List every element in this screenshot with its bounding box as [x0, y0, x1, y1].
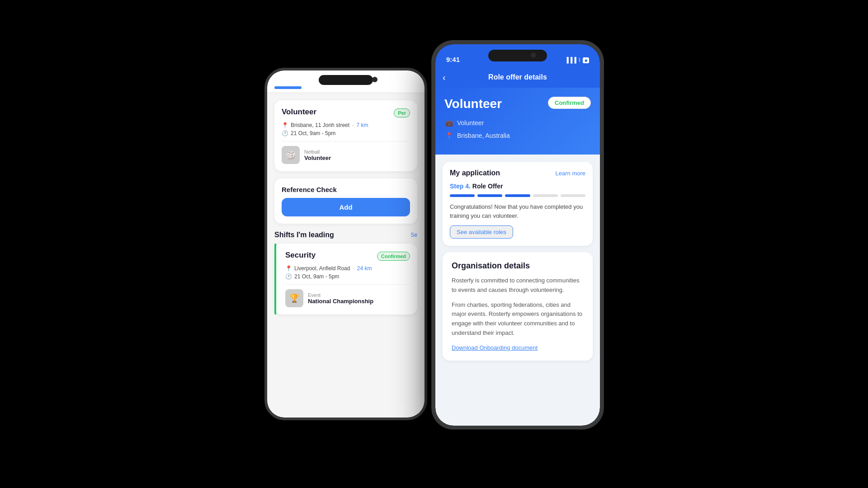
hero-role-row: 💼 Volunteer: [444, 118, 591, 127]
back-distance: 7 km: [356, 122, 368, 128]
security-location-icon: 📍: [285, 265, 292, 272]
back-avatar-row: 🏐 Netball Volunteer: [282, 146, 410, 164]
scroll-content: My application Learn more Step 4. Role O…: [435, 155, 600, 426]
back-see-link[interactable]: Se: [410, 232, 417, 238]
back-security-location: Liverpool, Anfield Road: [294, 265, 350, 272]
front-phone: 9:41 ▐▐▐ ⌇ ■ ‹ Role offer details Volunt…: [432, 41, 604, 429]
back-shifts-header: Shifts I'm leading Se: [274, 231, 417, 239]
back-event-type: Event: [308, 292, 373, 298]
phones-container: Volunteer Per 📍 Brisbane, 11 Jonh street…: [264, 41, 604, 447]
wifi-icon: ⌇: [578, 57, 581, 63]
signal-icon: ▐▐▐: [565, 57, 576, 63]
clock-icon: 🕐: [282, 130, 288, 136]
step-name: Role Offer: [472, 183, 503, 190]
back-security-distance: 24 km: [357, 265, 372, 272]
back-per-badge: Per: [394, 108, 410, 117]
back-chevron-icon: ‹: [443, 72, 446, 83]
back-camera: [372, 77, 377, 82]
hero-location-icon: 📍: [444, 131, 453, 140]
back-ref-title: Reference Check: [282, 186, 410, 193]
back-location-row: 📍 Brisbane, 11 Jonh street · 7 km: [282, 122, 410, 128]
hero-location-text: Brisbane, Australia: [457, 132, 510, 139]
progress-seg-1: [450, 194, 475, 197]
back-security-confirmed: Confirmed: [377, 252, 410, 261]
battery-icon: ■: [583, 57, 589, 63]
back-sport: Netball: [304, 149, 331, 155]
hero-role-text: Volunteer: [457, 119, 484, 127]
back-blue-accent: [274, 86, 302, 89]
hero-title: Volunteer: [444, 97, 502, 111]
hero-section: Volunteer Confirmed 💼 Volunteer 📍 Brisba…: [435, 88, 600, 155]
back-avatar: 🏐: [282, 146, 300, 164]
back-content: Volunteer Per 📍 Brisbane, 11 Jonh street…: [267, 93, 425, 418]
back-location-text: Brisbane, 11 Jonh street: [291, 122, 349, 128]
org-paragraph-2: From charties, sporting federations, cit…: [452, 300, 584, 338]
org-card: Organisation details Rosterfy is committ…: [443, 252, 593, 361]
back-security-card: Security Confirmed 📍 Liverpool, Anfield …: [274, 244, 417, 314]
back-event-name: National Championship: [308, 298, 373, 305]
back-screen: Volunteer Per 📍 Brisbane, 11 Jonh street…: [267, 70, 425, 418]
app-card-header: My application Learn more: [450, 169, 585, 177]
back-add-button[interactable]: Add: [282, 198, 410, 216]
learn-more-link[interactable]: Learn more: [556, 170, 585, 177]
back-notch: [319, 75, 373, 85]
back-volunteer-card: Volunteer Per 📍 Brisbane, 11 Jonh street…: [274, 100, 417, 171]
nav-bar: ‹ Role offer details: [435, 67, 600, 88]
hero-location-row: 📍 Brisbane, Australia: [444, 131, 591, 140]
app-card-title: My application: [450, 169, 500, 177]
back-event-row: 🏆 Event National Championship: [285, 289, 410, 307]
step-number: Step 4.: [450, 183, 471, 190]
back-green-bar: [274, 244, 276, 314]
download-link[interactable]: Download Onboarding document: [452, 344, 538, 351]
progress-seg-2: [477, 194, 502, 197]
front-screen: 9:41 ▐▐▐ ⌇ ■ ‹ Role offer details Volunt…: [435, 44, 600, 426]
status-time: 9:41: [446, 56, 460, 63]
nav-title: Role offer details: [488, 73, 547, 81]
back-role: Volunteer: [304, 155, 331, 161]
back-avatar-info: Netball Volunteer: [304, 149, 331, 161]
progress-seg-3: [505, 194, 530, 197]
front-notch: [488, 50, 547, 61]
progress-bar: [450, 194, 585, 197]
back-event-info: Event National Championship: [308, 292, 373, 305]
step-label: Step 4. Role Offer: [450, 183, 585, 190]
front-camera: [531, 52, 536, 58]
back-phone: Volunteer Per 📍 Brisbane, 11 Jonh street…: [264, 68, 427, 420]
back-shifts-title: Shifts I'm leading: [274, 231, 334, 239]
back-security-time-row: 🕐 21 Oct, 9am - 5pm: [285, 273, 410, 280]
back-security-datetime: 21 Oct, 9am - 5pm: [294, 273, 339, 280]
org-card-title: Organisation details: [452, 261, 584, 271]
org-paragraph-1: Rosterfy is committed to connecting comm…: [452, 276, 584, 295]
back-datetime-row: 🕐 21 Oct, 9am - 5pm: [282, 130, 410, 136]
progress-seg-5: [561, 194, 585, 197]
nav-back-button[interactable]: ‹: [443, 72, 446, 83]
location-icon: 📍: [282, 122, 288, 128]
status-icons: ▐▐▐ ⌇ ■: [565, 57, 589, 63]
application-card: My application Learn more Step 4. Role O…: [443, 162, 593, 246]
confirmed-badge: Confirmed: [548, 97, 591, 109]
back-divider: [282, 141, 410, 141]
back-security-title: Security: [285, 251, 316, 260]
security-clock-icon: 🕐: [285, 273, 292, 280]
congrats-text: Congratulations! Now that you have compl…: [450, 202, 585, 220]
progress-seg-4: [533, 194, 558, 197]
briefcase-icon: 💼: [444, 118, 453, 127]
back-event-avatar: 🏆: [285, 289, 303, 307]
back-datetime: 21 Oct, 9am - 5pm: [291, 130, 335, 136]
see-roles-button[interactable]: See available roles: [450, 225, 513, 239]
back-security-location-row: 📍 Liverpool, Anfield Road · 24 km: [285, 265, 410, 272]
security-divider: [285, 284, 410, 285]
hero-header: Volunteer Confirmed: [444, 97, 591, 111]
back-ref-card: Reference Check Add: [274, 178, 417, 224]
back-volunteer-title: Volunteer: [282, 108, 316, 117]
